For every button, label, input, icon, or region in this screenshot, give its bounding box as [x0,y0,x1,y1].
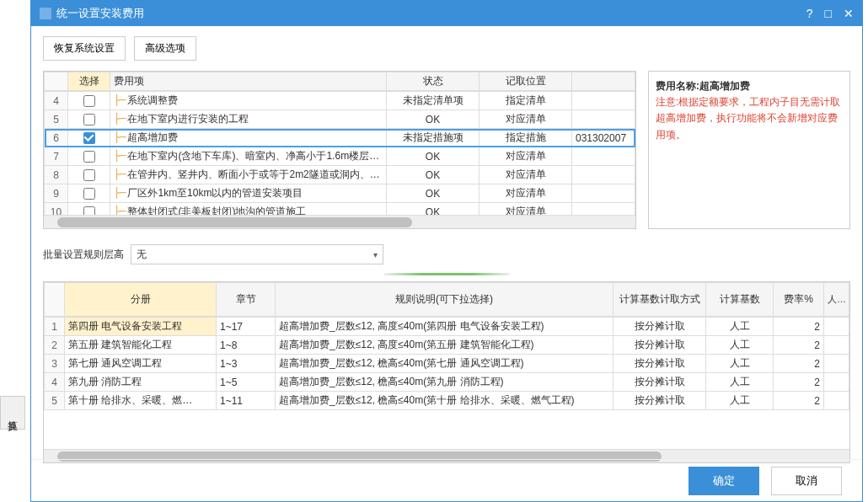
cell-rate[interactable]: 2 [774,392,824,410]
table-row[interactable]: 4第九册 消防工程1~5超高增加费_层数≤12, 檐高≤40m(第九册 消防工程… [45,373,849,392]
cell-chapter[interactable]: 1~11 [217,392,276,410]
cell-book[interactable]: 第九册 消防工程 [65,373,217,392]
cell-book[interactable]: 第七册 通风空调工程 [65,355,217,373]
cell-rate[interactable]: 2 [774,373,824,392]
cell-item[interactable]: ├─超高增加费 [110,129,387,147]
row-number: 10 [45,203,68,216]
cell-chapter[interactable]: 1~17 [217,318,276,336]
row-checkbox[interactable] [83,151,95,163]
row-checkbox[interactable] [83,114,95,125]
col-head-labor[interactable]: 人工 [824,283,849,317]
cell-chapter[interactable]: 1~5 [217,373,276,392]
table-row[interactable]: 4├─系统调整费未指定清单项指定清单 [45,92,635,110]
cell-item[interactable]: ├─厂区外1km至10km以内的管道安装项目 [110,184,387,203]
cell-rule[interactable]: 超高增加费_层数≤12, 檐高≤40m(第九册 消防工程) [276,373,613,392]
cell-labor[interactable] [824,355,849,373]
row-checkbox[interactable] [83,95,95,107]
cell-select[interactable] [68,166,110,184]
col-head-select[interactable]: 选择 [68,72,110,91]
cell-select[interactable] [68,110,110,129]
table-row[interactable]: 5第十册 给排水、采暖、燃…1~11超高增加费_层数≤12, 檐高≤40m(第十… [45,392,849,410]
upper-h-scrollbar[interactable] [44,215,635,228]
table-row[interactable]: 7├─在地下室内(含地下车库)、暗室内、净高小于1.6m楼层、…OK对应清单 [45,147,635,166]
table-row[interactable]: 9├─厂区外1km至10km以内的管道安装项目OK对应清单 [45,184,635,203]
batch-select[interactable]: 无 ▾ [131,244,383,264]
cell-chapter[interactable]: 1~3 [217,355,276,373]
row-checkbox[interactable] [83,169,95,181]
col-head-base[interactable]: 计算基数 [706,283,774,317]
cell-base: 人工 [706,318,774,336]
help-icon[interactable]: ? [806,7,813,20]
info-panel: 费用名称:超高增加费 注意:根据定额要求，工程内子目无需计取超高增加费，执行功能… [648,71,850,229]
cell-chapter[interactable]: 1~8 [217,336,276,355]
cell-book[interactable]: 第四册 电气设备安装工程 [65,318,217,336]
row-number: 9 [45,184,68,203]
cell-rate[interactable]: 2 [774,318,824,336]
cell-labor[interactable] [824,336,849,355]
row-checkbox[interactable] [83,206,95,215]
col-head-status[interactable]: 状态 [387,72,480,91]
cell-status: OK [387,166,480,184]
cell-base: 人工 [706,336,774,355]
cell-rule[interactable]: 超高增加费_层数≤12, 高度≤40m(第四册 电气设备安装工程) [276,318,613,336]
cell-method: 按分摊计取 [613,355,706,373]
cell-item[interactable]: ├─整体封闭式(非美板封闭)地沟的管道施工 [110,203,387,216]
cell-location: 对应清单 [480,110,572,129]
splitter-handle[interactable] [383,271,510,278]
titlebar: 统一设置安装费用 ? □ ✕ [31,1,862,26]
col-head-chapter[interactable]: 章节 [217,283,276,317]
advanced-button[interactable]: 高级选项 [134,36,196,61]
checkbox-checked-icon[interactable] [83,132,95,144]
dialog-title: 统一设置安装费用 [56,6,144,21]
upper-grid: 选择 费用项 状态 记取位置 4├─系统调整费未指定清单项指定清单5├─在地下室… [43,71,636,229]
col-head-method[interactable]: 计算基数计取方式 [613,283,706,317]
table-row[interactable]: 10├─整体封闭式(非美板封闭)地沟的管道施工OK对应清单 [45,203,635,216]
cell-select[interactable] [68,184,110,203]
close-icon[interactable]: ✕ [844,7,854,20]
cell-rate[interactable]: 2 [774,355,824,373]
cell-item[interactable]: ├─在管井内、竖井内、断面小于或等于2m2隧道或洞内、封… [110,166,387,184]
cell-select[interactable] [68,92,110,110]
cell-select[interactable] [68,129,110,147]
cell-location: 对应清单 [480,147,572,166]
row-number: 1 [45,318,65,336]
cell-labor[interactable] [824,392,849,410]
col-head-rule[interactable]: 规则说明(可下拉选择) [276,283,613,317]
maximize-icon[interactable]: □ [825,7,832,20]
col-head-book[interactable]: 分册 [65,283,217,317]
table-row[interactable]: 3第七册 通风空调工程1~3超高增加费_层数≤12, 檐高≤40m(第七册 通风… [45,355,849,373]
cell-book[interactable]: 第十册 给排水、采暖、燃… [65,392,217,410]
cell-select[interactable] [68,147,110,166]
cell-method: 按分摊计取 [613,336,706,355]
cell-labor[interactable] [824,373,849,392]
app-icon [40,8,51,19]
row-checkbox[interactable] [83,188,95,200]
cell-item[interactable]: ├─系统调整费 [110,92,387,110]
table-row[interactable]: 1第四册 电气设备安装工程1~17超高增加费_层数≤12, 高度≤40m(第四册… [45,318,849,336]
cell-rule[interactable]: 超高增加费_层数≤12, 檐高≤40m(第七册 通风空调工程) [276,355,613,373]
ok-button[interactable]: 确定 [689,467,759,495]
side-convert-button[interactable]: 换算 [0,396,25,430]
cell-rate[interactable]: 2 [774,336,824,355]
col-head-code[interactable] [572,72,635,91]
table-row[interactable]: 5├─在地下室内进行安装的工程OK对应清单 [45,110,635,129]
cell-item[interactable]: ├─在地下室内(含地下车库)、暗室内、净高小于1.6m楼层、… [110,147,387,166]
chevron-down-icon: ▾ [373,250,378,259]
table-row[interactable]: 6├─超高增加费未指定措施项指定措施031302007 [45,129,635,147]
footer: 确定 取消 [31,459,862,501]
col-head-item[interactable]: 费用项 [110,72,387,91]
cell-base: 人工 [706,373,774,392]
table-row[interactable]: 2第五册 建筑智能化工程1~8超高增加费_层数≤12, 高度≤40m(第五册 建… [45,336,849,355]
cell-book[interactable]: 第五册 建筑智能化工程 [65,336,217,355]
col-head-location[interactable]: 记取位置 [480,72,572,91]
cell-item[interactable]: ├─在地下室内进行安装的工程 [110,110,387,129]
cell-labor[interactable] [824,318,849,336]
cell-select[interactable] [68,203,110,216]
cell-method: 按分摊计取 [613,373,706,392]
cancel-button[interactable]: 取消 [771,467,842,495]
table-row[interactable]: 8├─在管井内、竖井内、断面小于或等于2m2隧道或洞内、封…OK对应清单 [45,166,635,184]
col-head-rate[interactable]: 费率% [774,283,824,317]
restore-button[interactable]: 恢复系统设置 [43,36,126,61]
cell-rule[interactable]: 超高增加费_层数≤12, 高度≤40m(第五册 建筑智能化工程) [276,336,613,355]
cell-rule[interactable]: 超高增加费_层数≤12, 檐高≤40m(第十册 给排水、采暖、燃气工程) [276,392,613,410]
